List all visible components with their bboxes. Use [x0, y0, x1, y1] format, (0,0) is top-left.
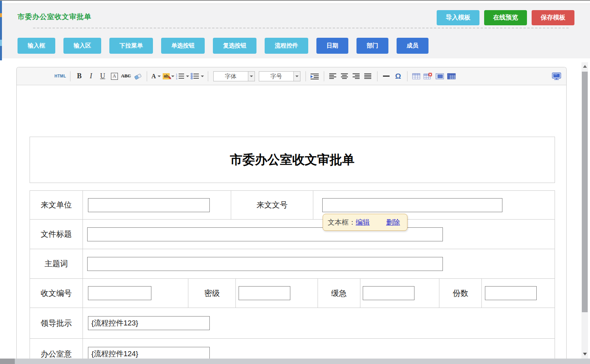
- special-char-button[interactable]: Ω: [393, 71, 403, 82]
- svg-text:3: 3: [176, 77, 177, 80]
- receipt-number-cell: [83, 279, 189, 308]
- secrecy-level-label: 密级: [188, 279, 236, 308]
- highlight-color-button[interactable]: ab ✎: [163, 71, 174, 82]
- save-template-button[interactable]: 保存模板: [532, 10, 574, 25]
- receipt-number-input[interactable]: [88, 286, 151, 300]
- source-unit-cell: [83, 191, 231, 219]
- edit-link[interactable]: 编辑: [356, 218, 370, 227]
- omega-icon: Ω: [395, 72, 401, 81]
- table-props-button[interactable]: [446, 71, 457, 82]
- widget-tooltip: 文本框： 编辑 删除: [323, 214, 407, 231]
- copies-label: 份数: [439, 279, 482, 308]
- highlight-icon: ab ✎: [163, 73, 170, 79]
- online-preview-button[interactable]: 在线预览: [484, 10, 527, 25]
- font-size-arrow[interactable]: [293, 72, 300, 81]
- scroll-down-icon: [583, 353, 587, 355]
- remove-format-button[interactable]: [133, 71, 143, 82]
- office-opinion-label: 办公室意: [30, 339, 83, 359]
- unordered-list-button[interactable]: [191, 71, 204, 82]
- align-right-button[interactable]: [351, 71, 362, 82]
- page-title: 市委办公室收文审批单: [18, 12, 91, 21]
- unordered-list-icon: [191, 73, 199, 79]
- secrecy-level-cell: [236, 279, 318, 308]
- doc-number-input[interactable]: [322, 198, 502, 212]
- align-left-icon: [329, 73, 337, 79]
- window-top-edge: [0, 0, 590, 1]
- import-template-button[interactable]: 导入模板: [437, 10, 479, 25]
- office-opinion-cell: [83, 339, 555, 359]
- widget-textarea-button[interactable]: 输入区: [63, 38, 101, 54]
- widget-member-button[interactable]: 成员: [397, 38, 428, 54]
- widget-button-row: 输入框 输入区 下拉菜单 单选按钮 复选按钮 流程控件 日期 部门 成员: [18, 38, 428, 54]
- leader-instruction-input[interactable]: [88, 316, 210, 330]
- vertical-scrollbar[interactable]: [581, 62, 588, 359]
- italic-button[interactable]: I: [86, 71, 96, 82]
- toolbar-separator: [407, 71, 407, 81]
- horizontal-rule-icon: [383, 76, 390, 77]
- widget-input-box-button[interactable]: 输入框: [18, 38, 55, 54]
- scrollbar-thumb[interactable]: [582, 72, 588, 312]
- copies-cell: [482, 279, 555, 308]
- html-source-button[interactable]: HTML: [54, 71, 66, 82]
- widget-date-button[interactable]: 日期: [316, 38, 348, 54]
- chevron-down-icon: [295, 76, 299, 77]
- editor-toolbar: HTML B I U A ABC A ab ✎: [17, 67, 566, 85]
- font-size-select[interactable]: 字号: [259, 71, 300, 81]
- toolbar-separator: [70, 71, 70, 81]
- html-source-label: HTML: [54, 74, 66, 78]
- doc-title-cell: [83, 220, 555, 249]
- align-right-icon: [353, 73, 360, 79]
- table-cell-icon: [435, 73, 444, 80]
- scroll-up-button[interactable]: [581, 63, 588, 69]
- scroll-up-icon: [583, 65, 587, 68]
- align-justify-icon: [364, 73, 372, 79]
- widget-checkbox-button[interactable]: 复选按钮: [213, 38, 256, 54]
- urgency-cell: [360, 279, 440, 308]
- chevron-down-icon: [201, 76, 204, 77]
- font-family-select[interactable]: 字体: [213, 71, 255, 81]
- widget-department-button[interactable]: 部门: [356, 38, 388, 54]
- urgency-input[interactable]: [363, 286, 414, 300]
- dashed-divider: [33, 28, 569, 28]
- bottom-edge-left-segment: [0, 359, 15, 364]
- subject-word-label: 主题词: [30, 249, 83, 278]
- header-panel: 市委办公室收文审批单 导入模板 在线预览 保存模板 输入框 输入区 下拉菜单 单…: [2, 4, 590, 58]
- widget-dropdown-button[interactable]: 下拉菜单: [109, 38, 153, 54]
- office-opinion-input[interactable]: [88, 347, 210, 359]
- table-row-office: 办公室意: [30, 339, 555, 359]
- table-cell-props-button[interactable]: [435, 71, 445, 82]
- widget-flow-control-button[interactable]: 流程控件: [265, 38, 308, 54]
- copies-input[interactable]: [485, 286, 537, 300]
- align-justify-button[interactable]: [363, 71, 373, 82]
- ordered-list-button[interactable]: 1 2 3: [176, 71, 189, 82]
- delete-table-icon: [423, 73, 432, 80]
- subject-word-input[interactable]: [87, 257, 443, 271]
- indent-button[interactable]: [310, 71, 320, 82]
- align-center-icon: [341, 73, 348, 79]
- strikethrough-button[interactable]: ABC: [121, 71, 131, 82]
- underline-button[interactable]: U: [98, 71, 108, 82]
- font-color-icon: A: [151, 73, 156, 80]
- font-family-arrow[interactable]: [248, 72, 255, 81]
- font-color-button[interactable]: A: [151, 71, 161, 82]
- char-border-button[interactable]: A: [109, 71, 119, 82]
- align-center-button[interactable]: [340, 71, 350, 82]
- align-left-button[interactable]: [328, 71, 338, 82]
- delete-link[interactable]: 删除: [386, 218, 400, 227]
- insert-table-button[interactable]: [411, 71, 421, 82]
- scroll-down-button[interactable]: [581, 351, 588, 357]
- delete-table-button[interactable]: [423, 71, 433, 82]
- bold-button[interactable]: B: [74, 71, 84, 82]
- table-row-numbers: 收文编号 密级 缓急 份数: [30, 279, 555, 308]
- toolbar-separator: [306, 71, 306, 81]
- table-row-doc-title: 文件标题: [30, 220, 555, 249]
- horizontal-rule-button[interactable]: [381, 71, 392, 82]
- table-props-icon: [447, 73, 456, 80]
- toolbar-separator: [147, 71, 147, 81]
- header-actions: 导入模板 在线预览 保存模板: [437, 10, 574, 25]
- rich-text-editor: HTML B I U A ABC A ab ✎: [16, 67, 567, 359]
- secrecy-level-input[interactable]: [239, 286, 290, 300]
- widget-radio-button[interactable]: 单选按钮: [161, 38, 205, 54]
- source-unit-input[interactable]: [88, 198, 210, 212]
- fullscreen-button[interactable]: [551, 71, 562, 82]
